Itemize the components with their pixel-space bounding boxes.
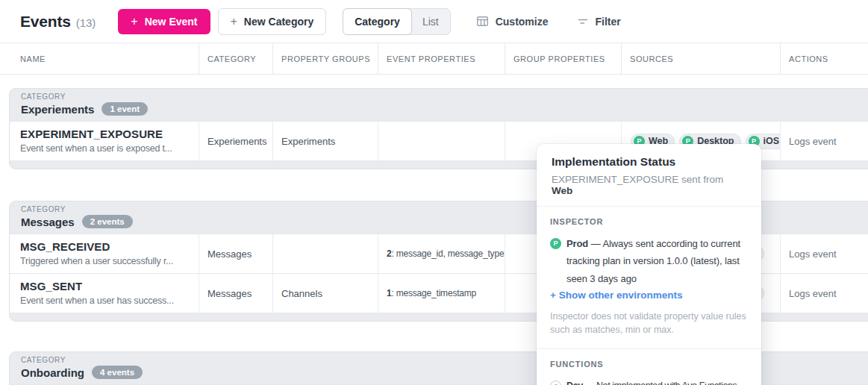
functions-dev-status: ? Dev — Not implemented with Avo Functio…: [550, 378, 748, 385]
event-category: Messages: [207, 288, 252, 299]
event-description: Triggered when a user successfully r...: [20, 256, 191, 266]
event-properties: 1: message_timestamp: [387, 288, 476, 298]
customize-label: Customize: [496, 16, 549, 28]
event-property-groups: Channels: [281, 288, 322, 299]
new-event-button[interactable]: + New Event: [118, 9, 210, 34]
tab-category[interactable]: Category: [343, 8, 412, 35]
tab-list[interactable]: List: [411, 9, 450, 34]
col-header-event-properties: EVENT PROPERTIES: [378, 43, 505, 74]
plus-icon: +: [231, 16, 237, 28]
prod-status-icon: P: [550, 238, 561, 249]
col-header-sources: SOURCES: [621, 43, 780, 74]
event-action: Logs event: [789, 288, 837, 299]
new-category-label: New Category: [244, 16, 313, 28]
event-action: Logs event: [789, 136, 837, 147]
new-category-button[interactable]: + New Category: [218, 8, 327, 35]
events-count: (13): [76, 16, 96, 29]
page-title: Events (13): [20, 13, 96, 31]
columns-icon: [476, 15, 489, 28]
inspector-status-text: Prod — Always sent according to current …: [566, 235, 748, 287]
inspector-prod-status: P Prod — Always sent according to curren…: [550, 235, 748, 287]
functions-status-text: Dev — Not implemented with Avo Functions: [566, 378, 737, 385]
filter-label: Filter: [596, 16, 621, 28]
show-other-environments-link[interactable]: + Show other environments: [550, 289, 748, 301]
table-header: NAME CATEGORY PROPERTY GROUPS EVENT PROP…: [0, 43, 868, 75]
col-header-category: CATEGORY: [199, 43, 272, 74]
toolbar: Events (13) + New Event + New Category C…: [0, 0, 868, 43]
popover-title: Implementation Status: [552, 155, 746, 169]
col-header-property-groups: PROPERTY GROUPS: [272, 43, 378, 74]
event-count-badge: 4 events: [92, 366, 143, 379]
category-name: Experiements: [21, 103, 94, 116]
inspector-disclaimer: Inspector does not validate property val…: [550, 310, 748, 337]
event-category: Messages: [207, 248, 252, 260]
event-property-groups: Experiments: [281, 136, 335, 147]
question-icon: ?: [550, 381, 561, 385]
category-name: Messages: [21, 216, 75, 228]
filter-icon: [577, 16, 589, 28]
event-name-cell: EXPERIMENT_EXPOSURE Event sent when a us…: [10, 122, 199, 160]
customize-button[interactable]: Customize: [472, 14, 553, 28]
category-header[interactable]: CATEGORY Experiements 1 event: [10, 89, 868, 121]
event-name-cell: MSG_RECEIVED Triggered when a user succe…: [10, 234, 199, 273]
event-name: MSG_SENT: [20, 280, 191, 292]
category-name: Onboarding: [21, 366, 84, 379]
event-action: Logs event: [789, 248, 837, 260]
event-description: Event sent when a user is exposed t...: [20, 143, 191, 154]
event-count-badge: 1 event: [102, 102, 148, 116]
event-count-badge: 2 events: [82, 215, 133, 228]
category-label: CATEGORY: [21, 93, 864, 101]
functions-section-label: FUNCTIONS: [550, 360, 748, 369]
inspector-section-label: INSPECTOR: [550, 217, 748, 226]
col-header-name: NAME: [0, 43, 199, 74]
event-name-cell: MSG_SENT Event sent when a user has succ…: [10, 274, 199, 313]
event-description: Event sent when a user has success...: [20, 295, 191, 306]
page-title-text: Events: [20, 13, 71, 31]
filter-button[interactable]: Filter: [572, 15, 625, 28]
implementation-status-popover: Implementation Status EXPERIMENT_EXPOSUR…: [537, 144, 761, 385]
popover-subtitle: EXPERIMENT_EXPOSURE sent from Web: [552, 174, 746, 196]
col-header-group-properties: GROUP PROPERTIES: [505, 43, 621, 74]
event-name: MSG_RECEIVED: [20, 240, 191, 253]
event-properties: 2: message_id, message_type: [387, 248, 504, 259]
plus-icon: +: [131, 16, 137, 28]
view-toggle: Category List: [343, 8, 450, 35]
source-label: iOS: [764, 136, 780, 146]
col-header-actions: ACTIONS: [780, 43, 868, 74]
new-event-label: New Event: [145, 16, 198, 28]
event-name: EXPERIMENT_EXPOSURE: [20, 128, 191, 140]
event-category: Experiements: [207, 136, 266, 147]
events-page: Events (13) + New Event + New Category C…: [0, 0, 868, 385]
